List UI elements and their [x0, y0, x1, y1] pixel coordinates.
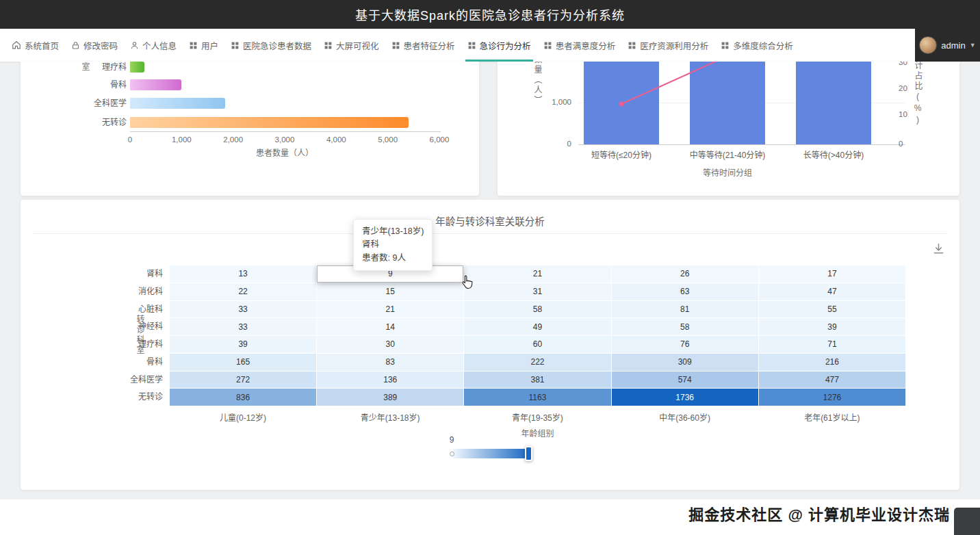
card-wait-time-chart: 患者数量（人） 累计占比(%) 短等待(≤20分钟)中等等待(21-40分钟)长… [498, 62, 959, 196]
nav-item-大屏可视化[interactable]: 大屏可视化 [318, 29, 385, 62]
x-tick-label: 5,000 [369, 135, 407, 144]
user-name: admin [941, 40, 965, 51]
tooltip-department: 肾科 [362, 238, 424, 251]
left-y-tick-label: 1,000 [530, 98, 571, 106]
nav-item-患者特征分析[interactable]: 患者特征分析 [385, 29, 461, 62]
nav-item-label: 患者满意度分析 [556, 39, 616, 52]
heatmap-col-label: 老年(61岁以上) [759, 411, 905, 423]
heatmap-row-label: 心脏科 [62, 301, 163, 318]
grid-icon [467, 41, 476, 50]
heatmap-col-label: 儿童(0-12岁) [170, 411, 316, 423]
x-axis-name: 等待时间分组 [666, 166, 789, 178]
nav-item-label: 急诊行为分析 [480, 39, 531, 52]
grid-icon [324, 41, 333, 50]
nav-item-label: 医院急诊患者数据 [243, 39, 311, 52]
app-title: 基于大数据Spark的医院急诊患者行为分析系统 [355, 5, 625, 23]
nav-menu: 系统首页修改密码个人信息用户医院急诊患者数据大屏可视化患者特征分析急诊行为分析患… [5, 29, 799, 62]
x-tick-label: 1,000 [162, 135, 201, 144]
tooltip-age-group: 青少年(13-18岁) [362, 225, 424, 238]
x-axis-name: 患者数量（人） [130, 146, 439, 158]
nav-item-label: 大屏可视化 [336, 39, 379, 52]
heatmap-row-label: 无转诊 [62, 389, 163, 406]
nav-bar: 系统首页修改密码个人信息用户医院急诊患者数据大屏可视化患者特征分析急诊行为分析患… [0, 29, 915, 62]
nav-item-label: 多维度综合分析 [733, 39, 793, 52]
card-age-dept-heatmap: 年龄与转诊科室关联分析 转诊科室 13921261722153163473321… [21, 200, 959, 490]
nav-item-label: 医疗资源利用分析 [640, 39, 708, 52]
x-tick-label: 3,000 [266, 135, 304, 144]
grid-icon [628, 41, 636, 50]
corner-overlay[interactable] [954, 508, 980, 535]
grid-icon [721, 41, 730, 50]
visualmap-handle[interactable] [525, 446, 532, 461]
grid-icon [189, 41, 198, 50]
home-icon [12, 40, 21, 50]
grid-icon [391, 41, 400, 50]
nav-item-医院急诊患者数据[interactable]: 医院急诊患者数据 [224, 29, 318, 62]
heatmap-row-label: 全科医学 [62, 371, 163, 389]
nav-item-医疗资源利用分析[interactable]: 医疗资源利用分析 [621, 29, 714, 62]
heatmap-tooltip: 青少年(13-18岁) 肾科 患者数: 9人 [353, 219, 433, 271]
x-axis-name: 年龄组别 [170, 427, 905, 439]
x-tick-label: 2,000 [214, 135, 253, 144]
heatmap-row-label: 肾科 [62, 265, 163, 283]
card-referral-bar-chart: 转诊科室 理疗科骨科全科医学无转诊 01,0002,0003,0004,0005… [21, 62, 479, 196]
grid-icon [543, 41, 552, 50]
heatmap-row-label: 神经科 [62, 318, 163, 335]
x-tick-label: 4,000 [317, 135, 355, 144]
chevron-down-icon: ▼ [970, 42, 976, 49]
right-y-tick-label: 10 [899, 110, 922, 118]
nav-item-患者满意度分析[interactable]: 患者满意度分析 [537, 29, 622, 62]
nav-item-用户[interactable]: 用户 [183, 29, 224, 62]
visualmap-value-label: 9 [439, 435, 464, 445]
right-y-tick-label: 30 [899, 62, 922, 66]
nav-item-多维度综合分析[interactable]: 多维度综合分析 [714, 29, 799, 62]
left-y-tick-label: 0 [530, 140, 571, 148]
heatmap-col-label: 青少年(13-18岁) [317, 411, 463, 423]
nav-item-个人信息[interactable]: 个人信息 [124, 29, 183, 62]
right-y-tick-label: 0 [899, 140, 922, 148]
heatmap-col-label: 中年(36-60岁) [612, 411, 758, 423]
watermark-text: 掘金技术社区 @ 计算机毕业设计杰瑞 [688, 502, 950, 524]
nav-item-急诊行为分析[interactable]: 急诊行为分析 [461, 29, 537, 62]
tooltip-value: 患者数: 9人 [362, 252, 424, 265]
grid-icon [231, 41, 240, 50]
nav-item-修改密码[interactable]: 修改密码 [65, 29, 124, 62]
x-tick-label: 6,000 [420, 135, 459, 144]
nav-item-label: 修改密码 [83, 39, 118, 52]
heatmap-row-label: 理疗科 [62, 336, 163, 353]
visualmap-gradient-bar[interactable] [452, 449, 530, 458]
user-menu[interactable]: admin ▼ [915, 29, 980, 62]
x-tick-label: 0 [111, 135, 149, 144]
nav-item-label: 用户 [201, 39, 218, 52]
heatmap-row-label: 消化科 [62, 283, 163, 300]
lock-icon [71, 41, 80, 50]
visualmap-value-indicator [450, 452, 454, 456]
nav-item-label: 个人信息 [142, 39, 177, 52]
nav-item-系统首页[interactable]: 系统首页 [5, 29, 65, 62]
nav-item-label: 系统首页 [25, 39, 59, 52]
heatmap-row-label: 骨科 [62, 354, 163, 371]
x-axis-ticks: 01,0002,0003,0004,0005,0006,000 [21, 62, 479, 196]
right-y-tick-label: 20 [899, 84, 922, 92]
user-icon [130, 41, 139, 50]
title-bar: 基于大数据Spark的医院急诊患者行为分析系统 [0, 0, 980, 29]
avatar [919, 36, 937, 54]
heatmap-col-label: 青年(19-35岁) [464, 411, 610, 423]
heatmap-axis-labels: 肾科消化科心脏科神经科理疗科骨科全科医学无转诊儿童(0-12岁)青少年(13-1… [21, 200, 959, 490]
nav-item-label: 患者特征分析 [404, 39, 455, 52]
